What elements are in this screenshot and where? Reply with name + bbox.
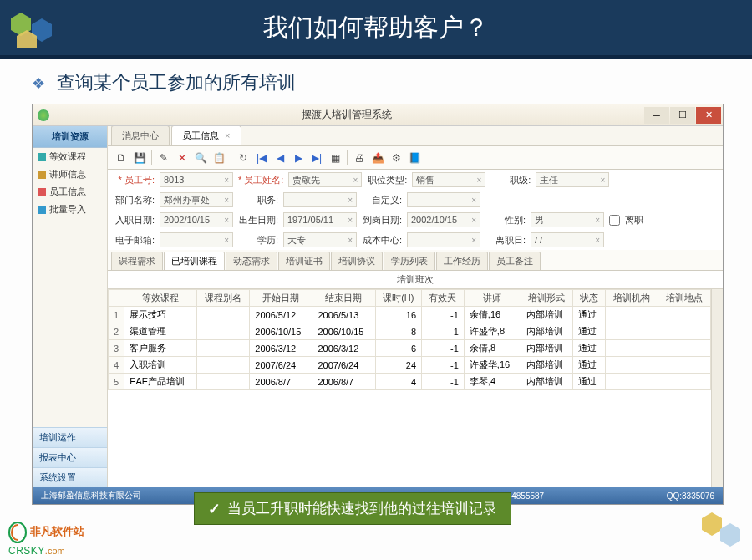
column-header[interactable]: 课程别名 [197,290,250,307]
table-row[interactable]: 5EAE产品培训2006/8/72006/8/74-1李琴,4内部培训通过 [109,374,711,390]
sub-tab[interactable]: 员工备注 [489,252,541,270]
sub-tab[interactable]: 培训协议 [331,252,383,270]
column-header[interactable]: 有效天 [422,290,465,307]
clear-icon[interactable]: × [595,216,600,225]
column-header[interactable]: 开始日期 [250,290,312,307]
cell: -1 [422,374,465,390]
table-row[interactable]: 4入职培训2007/6/242007/6/2424-1许盛华,16内部培训通过 [109,357,711,374]
edit-icon[interactable]: ✎ [155,150,172,166]
field-input[interactable]: 2002/10/15× [407,212,480,227]
vertical-scrollbar[interactable] [711,289,723,487]
column-header[interactable]: 状态 [573,290,606,307]
sidebar-item[interactable]: 讲师信息 [33,165,107,183]
field-input[interactable]: × [283,192,357,207]
column-header[interactable]: 课时(H) [375,290,422,307]
next-icon[interactable]: ▶ [290,150,307,166]
clear-icon[interactable]: × [224,196,229,205]
slide-header: 我们如何帮助客户？ [0,0,752,59]
book-icon[interactable]: 📘 [406,150,423,166]
cell: 渠道管理 [124,323,197,340]
sidebar-item[interactable]: 等效课程 [33,148,107,165]
field-input[interactable]: 1971/05/11× [283,212,357,227]
clear-icon[interactable]: × [348,216,353,225]
table-row[interactable]: 1展示技巧2006/5/122006/5/1316-1余倩,16内部培训通过 [109,307,711,323]
minimize-button[interactable]: ─ [644,107,669,124]
column-header[interactable]: 培训机构 [606,290,658,307]
table-row[interactable]: 3客户服务2006/3/122006/3/126-1余倩,8内部培训通过 [109,340,711,357]
column-header[interactable]: 培训地点 [658,290,711,307]
tab[interactable]: 消息中心 [111,126,170,145]
column-header[interactable]: 等效课程 [124,290,197,307]
sub-tab[interactable]: 已培训课程 [164,252,225,270]
field-input[interactable]: × [407,192,480,207]
maximize-button[interactable]: ☐ [670,107,695,124]
clear-icon[interactable]: × [224,216,229,225]
column-header[interactable]: 培训形式 [521,290,573,307]
prev-icon[interactable]: ◀ [272,150,288,166]
tabs: 消息中心员工信息 × [108,126,723,146]
module-icon [38,171,46,179]
clear-icon[interactable]: × [471,216,476,225]
field-input[interactable]: × [407,232,480,247]
field-input[interactable]: 郑州办事处× [160,192,233,207]
clear-icon[interactable]: × [224,236,229,245]
window-title: 摆渡人培训管理系统 [49,108,643,122]
sub-tab[interactable]: 工作经历 [436,252,488,270]
tab[interactable]: 员工信息 × [171,126,241,145]
module-icon [38,206,46,214]
sidebar-section-training[interactable]: 培训资源 [33,126,107,148]
column-header[interactable]: 结束日期 [312,290,375,307]
copy-icon[interactable]: 📋 [211,150,227,166]
export-icon[interactable]: 📤 [369,150,386,166]
field-input[interactable]: 8013× [160,172,233,187]
sub-tab[interactable]: 学历列表 [384,252,435,270]
field-label: 职位类型: [367,174,407,186]
clear-icon[interactable]: × [477,176,482,185]
field-input[interactable]: × [160,232,233,247]
sub-tab[interactable]: 课程需求 [111,252,163,270]
save-icon[interactable]: 💾 [131,150,148,166]
field-input[interactable]: 2002/10/15× [160,212,233,227]
column-header[interactable]: 讲师 [464,290,521,307]
field-input[interactable]: 主任× [536,172,609,187]
field-input[interactable]: / /× [531,232,604,247]
field-input[interactable]: 大专× [283,232,357,247]
cell [658,340,711,357]
sub-tab[interactable]: 培训证书 [278,252,330,270]
sidebar-item[interactable]: 批量导入 [33,201,107,218]
sidebar-item[interactable]: 员工信息 [33,183,107,201]
last-icon[interactable]: ▶| [308,150,325,166]
cell: 通过 [573,357,606,374]
clear-icon[interactable]: × [353,176,358,185]
clear-icon[interactable]: × [224,176,229,185]
sidebar-section[interactable]: 培训运作 [33,427,107,447]
field-label: 自定义: [362,194,402,206]
delete-icon[interactable]: ✕ [174,150,191,166]
clear-icon[interactable]: × [348,196,353,205]
training-grid[interactable]: 等效课程课程别名开始日期结束日期课时(H)有效天讲师培训形式状态培训机构培训地点… [108,289,723,487]
clear-icon[interactable]: × [471,196,476,205]
grid-icon[interactable]: ▦ [327,150,343,166]
tab-close-icon[interactable]: × [225,130,230,140]
field-input[interactable]: 销售× [412,172,485,187]
table-row[interactable]: 2渠道管理2006/10/152006/10/158-1许盛华,8内部培训通过 [109,323,711,340]
field-input[interactable]: 男× [531,212,604,227]
print-icon[interactable]: 🖨 [351,150,368,166]
field-input[interactable]: 贾敬先× [288,172,362,187]
refresh-icon[interactable]: ↻ [235,150,252,166]
clear-icon[interactable]: × [471,236,476,245]
check-icon: ✓ [208,500,221,518]
sidebar-section[interactable]: 报表中心 [33,447,107,467]
cell [606,323,658,340]
first-icon[interactable]: |◀ [253,150,270,166]
leave-checkbox[interactable] [609,215,620,226]
clear-icon[interactable]: × [595,236,600,245]
sub-tab[interactable]: 动态需求 [226,252,277,270]
settings-icon[interactable]: ⚙ [388,150,404,166]
sidebar-section[interactable]: 系统设置 [33,467,107,487]
clear-icon[interactable]: × [348,236,353,245]
clear-icon[interactable]: × [601,176,606,185]
close-button[interactable]: ✕ [696,107,721,124]
find-icon[interactable]: 🔍 [192,150,209,166]
new-icon[interactable]: 🗋 [113,150,130,166]
